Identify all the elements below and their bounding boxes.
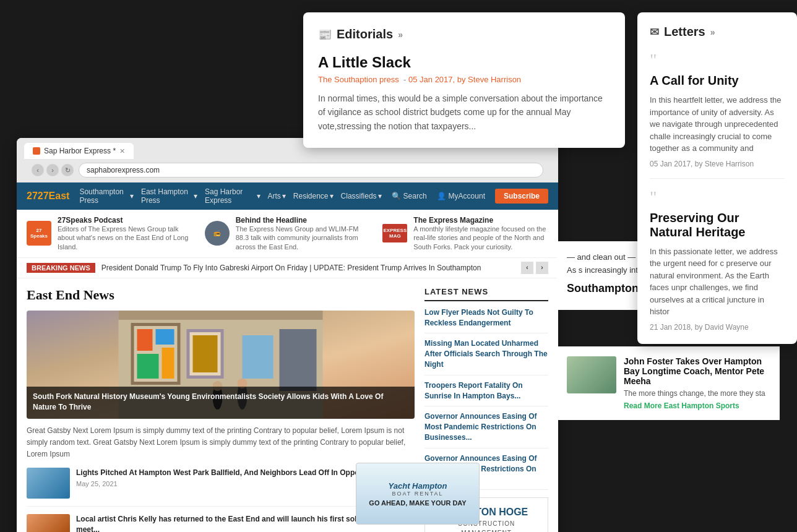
browser-tab-active[interactable]: Sap Harbor Express * ✕ — [24, 143, 134, 159]
newspaper-icon: 📰 — [318, 28, 332, 41]
letter2-title[interactable]: Preserving Our Natural Heritage — [650, 211, 785, 239]
sports-text: John Foster Takes Over Hampton Bay Longt… — [624, 356, 770, 410]
refresh-button[interactable]: ↻ — [61, 164, 74, 176]
user-icon: 👤 — [437, 192, 446, 200]
express-logo: EXPRESS MAG — [382, 224, 407, 242]
search-label: Search — [403, 192, 427, 200]
headline-desc: The Express News Group and WLIM-FM 88.3 … — [236, 225, 371, 251]
yacht-ad[interactable]: Yacht Hampton BOAT RENTAL GO AHEAD, MAKE… — [356, 463, 480, 525]
letter1-title[interactable]: A Call for Unity — [650, 74, 785, 88]
nav-sag-harbor-express[interactable]: Sag Harbor Express ▾ — [205, 187, 261, 205]
latest-item-2-title[interactable]: Missing Man Located Unharmed After Offic… — [424, 338, 548, 369]
latest-item-3-title[interactable]: Troopers Report Fatality On Sunrise In H… — [424, 380, 548, 401]
featured-article[interactable]: South Fork Natural History Museum's Youn… — [27, 311, 415, 461]
logo-text: 27East — [38, 191, 70, 201]
sports-title[interactable]: John Foster Takes Over Hampton Bay Longt… — [624, 356, 770, 386]
latest-item-4-title[interactable]: Governor Announces Easing Of Most Pandem… — [424, 411, 548, 442]
yacht-tagline: GO AHEAD, MAKE YOUR DAY — [369, 499, 466, 507]
nav-southampton-press[interactable]: Southampton Press ▾ — [79, 187, 134, 205]
nav-search[interactable]: 🔍 Search — [392, 192, 427, 200]
letter2-quote-icon: " — [650, 189, 785, 206]
sports-body: The more things change, the more they st… — [624, 388, 770, 399]
letters-chevron-icon: » — [710, 27, 715, 37]
yacht-title: Yacht Hampton — [369, 481, 466, 491]
editorials-title: Editorials — [337, 27, 393, 41]
letter2-body: In this passionate letter, we address th… — [650, 246, 785, 318]
letters-panel: ✉ Letters » " A Call for Unity In this h… — [637, 12, 797, 344]
svg-rect-4 — [156, 329, 174, 345]
letter2-date: 21 Jan 2018, by David Wayne — [650, 323, 785, 332]
news-thumb-1 — [27, 468, 70, 499]
letters-header: ✉ Letters » — [650, 25, 785, 39]
address-bar: ‹ › ↻ — [24, 159, 551, 182]
chevron-icon: » — [398, 30, 403, 40]
nav-classifieds[interactable]: Classifieds ▾ — [341, 192, 382, 200]
letter1-quote-icon: " — [650, 51, 785, 69]
editorial-article-title[interactable]: A Little Slack — [318, 54, 610, 71]
featured-image: South Fork Natural History Museum's Youn… — [27, 311, 415, 419]
latest-item-1-title[interactable]: Low Flyer Pleads Not Guilty To Reckless … — [424, 307, 548, 328]
editorial-date: 05 Jan 2017, by Steve Harrison — [408, 75, 521, 84]
yacht-subtitle: BOAT RENTAL — [369, 491, 466, 497]
breaking-next-button[interactable]: › — [536, 262, 548, 274]
headline-title: Behind the Headline — [236, 216, 371, 225]
featured-caption-text: South Fork Natural History Museum's Youn… — [33, 392, 408, 413]
svg-rect-11 — [280, 329, 317, 391]
breaking-nav: ‹ › — [521, 262, 548, 274]
breaking-badge: BREAKING NEWS — [27, 263, 95, 273]
headline-logo: 📻 — [205, 221, 230, 246]
letter1-body: In this heartfelt letter, we address the… — [650, 94, 785, 155]
editorials-header: 📰 Editorials » — [318, 27, 610, 41]
editorial-meta: The Southaption press - 05 Jan 2017, by … — [318, 75, 610, 84]
news-item-1-date: May 25, 2021 — [76, 480, 379, 487]
nav-buttons: ‹ › ↻ — [32, 164, 74, 176]
breaking-prev-button[interactable]: ‹ — [521, 262, 533, 274]
subscribe-button[interactable]: Subscribe — [495, 189, 548, 204]
article-body: Great Gatsby Next Lorem Ipsum is simply … — [27, 425, 415, 461]
sports-image — [567, 356, 616, 393]
breaking-news-bar: BREAKING NEWS President Donald Trump To … — [17, 258, 558, 278]
news-item-1-text: Lights Pitched At Hampton West Park Ball… — [76, 468, 379, 499]
promo-headline[interactable]: 📻 Behind the Headline The Express News G… — [205, 216, 371, 251]
latest-item-2[interactable]: Missing Man Located Unharmed After Offic… — [424, 338, 548, 375]
svg-rect-3 — [137, 329, 153, 351]
svg-rect-5 — [137, 354, 159, 379]
featured-caption: South Fork Natural History Museum's Youn… — [27, 387, 415, 419]
promo-magazine-text: The Express Magazine A monthly lifestyle… — [413, 216, 548, 251]
nav-menu: Southampton Press ▾ East Hampton Press ▾… — [79, 187, 381, 205]
svg-rect-10 — [243, 335, 274, 379]
site-logo[interactable]: 2727East — [27, 191, 69, 202]
latest-item-1[interactable]: Low Flyer Pleads Not Guilty To Reckless … — [424, 307, 548, 334]
breaking-text1: President Donald Trump To Fly Into Gabre… — [101, 264, 308, 272]
letter-divider — [650, 178, 785, 179]
breaking-text: President Donald Trump To Fly Into Gabre… — [101, 264, 515, 272]
forward-button[interactable]: › — [46, 164, 59, 176]
tab-favicon — [33, 147, 40, 155]
nav-account[interactable]: 👤 MyAccount — [437, 192, 485, 200]
nav-east-hampton-press[interactable]: East Hampton Press ▾ — [141, 187, 197, 205]
svg-rect-9 — [193, 335, 218, 372]
promo-magazine[interactable]: EXPRESS MAG The Express Magazine A month… — [382, 216, 548, 251]
svg-rect-16 — [119, 311, 323, 320]
promo-bar: 27Speaks 27Speaks Podcast Editors of The… — [17, 210, 558, 258]
breaking-text2: UPDATE: President Trump Arrives In South… — [314, 264, 481, 272]
letters-title: Letters — [664, 25, 705, 39]
latest-item-4[interactable]: Governor Announces Easing Of Most Pandem… — [424, 411, 548, 448]
latest-item-3[interactable]: Troopers Report Fatality On Sunrise In H… — [424, 380, 548, 407]
search-icon: 🔍 — [392, 192, 401, 200]
nav-residence[interactable]: Residence ▾ — [293, 192, 334, 200]
editorial-source: The Southaption press — [318, 75, 399, 84]
tab-label: Sap Harbor Express * — [44, 147, 116, 155]
editorial-body: In normal times, this would be a simple … — [318, 92, 610, 133]
magazine-title: The Express Magazine — [413, 216, 548, 225]
podcast-title: 27Speaks Podcast — [58, 216, 192, 225]
back-button[interactable]: ‹ — [32, 164, 44, 176]
top-nav: 2727East Southampton Press ▾ East Hampto… — [17, 182, 558, 210]
section-title: East End News — [27, 287, 415, 303]
address-input[interactable] — [79, 163, 543, 178]
sports-read-more[interactable]: Read More East Hampton Sports — [624, 401, 770, 410]
nav-arts[interactable]: Arts ▾ — [268, 192, 286, 200]
tab-close-button[interactable]: ✕ — [119, 147, 125, 155]
promo-podcast[interactable]: 27Speaks 27Speaks Podcast Editors of The… — [27, 216, 192, 251]
svg-rect-6 — [162, 348, 174, 379]
